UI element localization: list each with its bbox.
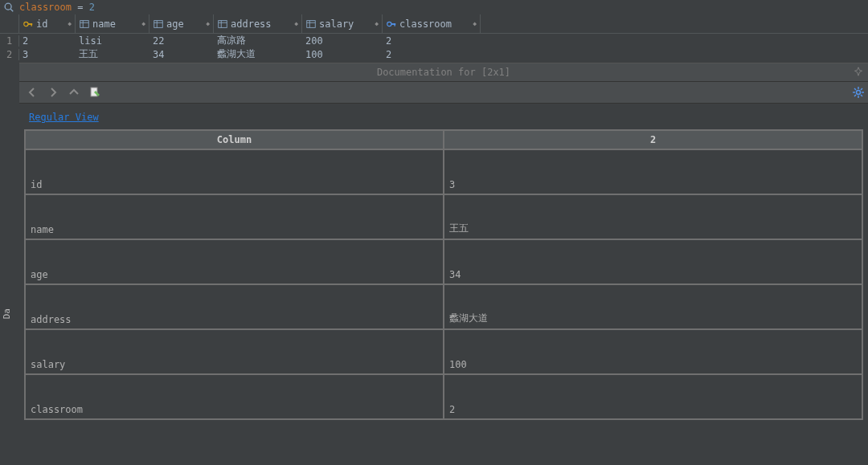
- detail-row: salary 100: [25, 329, 862, 374]
- column-header-name[interactable]: name ◆: [76, 14, 149, 33]
- sort-icon[interactable]: ◆: [68, 20, 72, 27]
- svg-rect-14: [307, 20, 316, 27]
- filter-bar: classroom = 2: [0, 0, 868, 14]
- detail-key: age: [25, 239, 444, 284]
- documentation-body: Regular View Column 2 id 3 name 王五 age: [19, 104, 868, 465]
- column-header-label: classroom: [399, 18, 452, 30]
- documentation-toolbar: [19, 81, 868, 104]
- key-icon: [23, 18, 34, 30]
- gear-icon[interactable]: [852, 86, 865, 99]
- table-row[interactable]: 2 3 王五 34 蠡湖大道 100 2: [0, 47, 868, 61]
- svg-line-26: [854, 88, 856, 90]
- documentation-title: Documentation for [2x1]: [377, 67, 510, 78]
- column-icon: [153, 18, 164, 30]
- sort-icon[interactable]: ◆: [375, 20, 379, 27]
- forward-icon[interactable]: [47, 86, 59, 99]
- column-header-address[interactable]: address ◆: [214, 14, 302, 33]
- cell-id[interactable]: 2: [19, 35, 76, 47]
- svg-point-2: [24, 22, 28, 26]
- detail-value: 34: [444, 239, 862, 284]
- detail-row: classroom 2: [25, 374, 862, 419]
- sort-icon[interactable]: ◆: [473, 20, 477, 27]
- detail-header-value: 2: [444, 130, 862, 149]
- detail-value: 王五: [444, 194, 862, 239]
- filter-op: =: [77, 2, 83, 13]
- documentation-titlebar: Documentation for [2x1]: [19, 63, 868, 81]
- column-header-label: name: [92, 18, 116, 30]
- svg-line-29: [861, 88, 862, 90]
- cell-classroom[interactable]: 2: [383, 35, 481, 47]
- column-header-id[interactable]: id ◆: [19, 14, 76, 33]
- row-number: 2: [0, 49, 19, 60]
- column-header-classroom[interactable]: classroom ◆: [383, 14, 481, 33]
- svg-point-17: [387, 22, 391, 26]
- detail-key: id: [25, 149, 444, 194]
- fk-icon: [386, 18, 397, 30]
- svg-rect-11: [219, 20, 227, 27]
- back-icon[interactable]: [26, 86, 39, 99]
- sort-icon[interactable]: ◆: [206, 20, 210, 27]
- detail-row: address 蠡湖大道: [25, 284, 862, 329]
- detail-value: 2: [444, 374, 862, 419]
- grid-header-row: id ◆ name ◆ age ◆ address ◆: [0, 14, 868, 34]
- column-header-label: salary: [319, 18, 354, 30]
- up-icon[interactable]: [68, 86, 80, 99]
- search-icon[interactable]: [3, 2, 14, 13]
- filter-value: 2: [89, 2, 95, 13]
- cell-id[interactable]: 3: [19, 49, 76, 60]
- row-number: 1: [0, 35, 19, 47]
- column-header-age[interactable]: age ◆: [149, 14, 214, 33]
- filter-expr[interactable]: classroom = 2: [19, 2, 95, 13]
- regular-view-link[interactable]: Regular View: [29, 112, 99, 123]
- edit-icon[interactable]: [88, 86, 101, 99]
- svg-line-1: [10, 9, 13, 11]
- sort-icon[interactable]: ◆: [141, 20, 145, 27]
- detail-table: Column 2 id 3 name 王五 age 34 addre: [24, 129, 863, 420]
- detail-value: 100: [444, 329, 862, 374]
- cell-age[interactable]: 34: [149, 49, 214, 60]
- data-grid: id ◆ name ◆ age ◆ address ◆: [0, 14, 868, 61]
- svg-rect-8: [154, 20, 163, 27]
- documentation-panel: Documentation for [2x1] Regular View Col…: [19, 63, 868, 465]
- svg-point-21: [857, 91, 861, 95]
- rownum-header: [0, 14, 19, 33]
- detail-key: address: [25, 284, 444, 329]
- column-icon: [305, 18, 317, 30]
- sort-icon[interactable]: ◆: [294, 20, 298, 27]
- column-header-salary[interactable]: salary ◆: [302, 14, 383, 33]
- svg-rect-19: [395, 23, 395, 27]
- detail-row: age 34: [25, 239, 862, 284]
- svg-line-27: [861, 95, 862, 96]
- cell-salary[interactable]: 100: [302, 49, 383, 60]
- svg-point-0: [5, 3, 11, 10]
- cell-age[interactable]: 22: [149, 35, 214, 47]
- detail-value: 3: [444, 149, 862, 194]
- cell-name[interactable]: lisi: [76, 35, 149, 47]
- table-row[interactable]: 1 2 lisi 22 高凉路 200 2: [0, 34, 868, 47]
- column-icon: [217, 18, 228, 30]
- detail-key: name: [25, 194, 444, 239]
- column-icon: [79, 18, 90, 30]
- detail-header-column: Column: [25, 130, 444, 149]
- svg-rect-5: [80, 20, 89, 27]
- filter-column: classroom: [19, 2, 72, 13]
- column-header-label: age: [166, 18, 184, 30]
- cell-address[interactable]: 高凉路: [214, 34, 302, 47]
- pin-icon[interactable]: [854, 67, 863, 79]
- cell-classroom[interactable]: 2: [383, 49, 481, 60]
- svg-line-28: [854, 95, 856, 96]
- left-gutter-tab[interactable]: Da: [0, 305, 14, 322]
- svg-rect-4: [31, 23, 32, 27]
- detail-value: 蠡湖大道: [444, 284, 862, 329]
- cell-address[interactable]: 蠡湖大道: [214, 47, 302, 61]
- cell-salary[interactable]: 200: [302, 35, 383, 47]
- cell-name[interactable]: 王五: [76, 47, 149, 61]
- column-header-label: id: [36, 18, 47, 30]
- detail-row: id 3: [25, 149, 862, 194]
- detail-key: classroom: [25, 374, 444, 419]
- detail-key: salary: [25, 329, 444, 374]
- column-header-label: address: [231, 18, 272, 30]
- detail-row: name 王五: [25, 194, 862, 239]
